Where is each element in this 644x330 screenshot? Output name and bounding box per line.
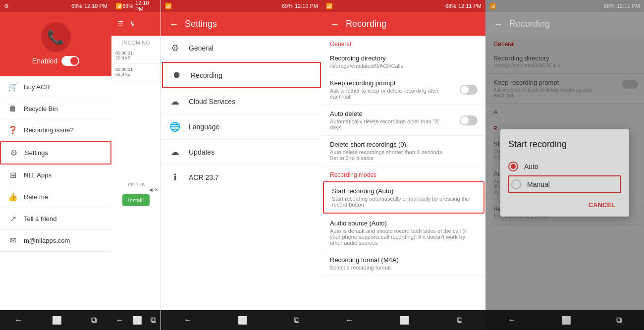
recent-btn-2[interactable]: ⧉ bbox=[151, 316, 156, 325]
install-button[interactable]: Install! bbox=[122, 194, 150, 206]
status-right-2: 69% 12:10 PM bbox=[122, 0, 157, 12]
back-btn-3[interactable]: ← bbox=[184, 316, 192, 325]
tell-friend-label: Tell a friend bbox=[24, 215, 56, 222]
battery-1: 69% bbox=[71, 3, 82, 9]
settings-icon: ⚙ bbox=[9, 148, 19, 158]
incoming-label: INCOMING bbox=[111, 36, 161, 48]
radio-option-auto[interactable]: Auto bbox=[508, 158, 621, 175]
settings-item-acr[interactable]: ℹ ACR 23.7 bbox=[161, 165, 322, 190]
back-arrow-4[interactable]: ← bbox=[330, 18, 340, 30]
back-btn-1[interactable]: ← bbox=[15, 316, 23, 325]
recycle-bin-label: Recycle Bin bbox=[24, 105, 58, 112]
status-bar-4: 📶 68% 12:11 PM bbox=[322, 0, 485, 12]
time-4: 12:11 PM bbox=[458, 3, 482, 9]
keep-prompt-toggle[interactable] bbox=[460, 85, 478, 95]
call-item-2[interactable]: 00:00:21 68.8 kB bbox=[111, 64, 161, 80]
question-icon: ❓ bbox=[8, 125, 18, 135]
sim-icon-5: 📶 bbox=[489, 3, 496, 9]
back-arrow-5[interactable]: ← bbox=[493, 18, 503, 30]
sidebar-item-rate-me[interactable]: 👍 Rate me bbox=[0, 186, 111, 208]
rec-item-keep-prompt[interactable]: Keep recording prompt Ask whether to kee… bbox=[322, 74, 485, 105]
call-size-1: 70.3 kB bbox=[115, 55, 157, 60]
general-label: General bbox=[189, 44, 214, 52]
ad-area: 139.1 kB ◀ ✕ Install! bbox=[111, 178, 161, 212]
updates-label: Updates bbox=[189, 148, 215, 156]
status-right-3: 69% 12:10 PM bbox=[282, 3, 318, 9]
sidebar-item-nll-apps[interactable]: ⊞ NLL Apps bbox=[0, 165, 111, 186]
back-btn-5[interactable]: ← bbox=[508, 316, 516, 325]
sidebar-item-settings[interactable]: ⚙ Settings bbox=[0, 141, 111, 165]
menu-list: 🛒 Buy ACR 🗑 Recycle Bin ❓ Recording issu… bbox=[0, 76, 111, 252]
ad-prev[interactable]: ◀ bbox=[149, 187, 153, 192]
info-icon: ℹ bbox=[169, 172, 181, 183]
recording-issue-label: Recording issue? bbox=[24, 126, 73, 134]
home-btn-1[interactable]: ⬜ bbox=[52, 316, 62, 325]
recent-btn-1[interactable]: ⧉ bbox=[91, 316, 97, 325]
nll-apps-label: NLL Apps bbox=[24, 171, 52, 179]
radio-auto-circle[interactable] bbox=[508, 162, 518, 171]
settings-item-recording[interactable]: ⏺ Recording bbox=[162, 62, 321, 88]
auto-delete-toggle[interactable] bbox=[460, 115, 478, 125]
battery-5: 68% bbox=[604, 3, 615, 9]
recording-header: ← Recording bbox=[322, 12, 485, 36]
sidebar-item-recycle-bin[interactable]: 🗑 Recycle Bin bbox=[0, 98, 111, 119]
hamburger-icon[interactable]: ☰ bbox=[117, 20, 124, 28]
call-duration-1: 00:00:21 bbox=[115, 51, 157, 55]
panel1-header: 📞 Enabled bbox=[0, 12, 111, 76]
sidebar-item-email[interactable]: ✉ m@nllapps.com bbox=[0, 230, 111, 252]
sidebar-item-tell-friend[interactable]: ↗ Tell a friend bbox=[0, 208, 111, 230]
sidebar-item-recording-issue[interactable]: ❓ Recording issue? bbox=[0, 119, 111, 141]
rec-item-dir[interactable]: Recording directory /storage/emulated/0/… bbox=[322, 50, 485, 74]
sim-icon-4: 📶 bbox=[326, 3, 333, 9]
settings-item-updates[interactable]: ☁ Updates bbox=[161, 140, 322, 165]
time-5: 12:11 PM bbox=[617, 3, 640, 9]
panel5-title: Recording bbox=[509, 19, 550, 29]
home-btn-5[interactable]: ⬜ bbox=[561, 316, 571, 325]
status-bar-2: 📶 69% 12:10 PM bbox=[111, 0, 161, 12]
settings-item-language[interactable]: 🌐 Language bbox=[161, 114, 322, 140]
rec-format-sub: Select a recording format bbox=[330, 265, 478, 271]
home-btn-2[interactable]: ⬜ bbox=[132, 316, 142, 325]
settings-title: Settings bbox=[185, 19, 217, 29]
rec-item-audio-source[interactable]: Audio source (Auto) Auto is default and … bbox=[322, 215, 485, 251]
back-btn-2[interactable]: ← bbox=[116, 316, 124, 325]
recent-btn-5[interactable]: ⧉ bbox=[616, 316, 622, 325]
call-item-1[interactable]: 00:00:21 70.3 kB bbox=[111, 48, 161, 64]
keep-prompt-title: Keep recording prompt bbox=[330, 79, 478, 87]
recent-btn-4[interactable]: ⧉ bbox=[457, 316, 462, 325]
phone-icon: 📞 bbox=[47, 29, 64, 46]
status-bar-3: 📶 69% 12:10 PM bbox=[161, 0, 322, 12]
apps-icon: ⊞ bbox=[8, 170, 18, 180]
mic-icon[interactable]: 🎙 bbox=[130, 20, 137, 28]
cancel-button[interactable]: CANCEL bbox=[583, 197, 621, 213]
rec-item-auto-delete[interactable]: Auto delete Automatically delete recordi… bbox=[322, 105, 485, 136]
audio-src-title: Audio source (Auto) bbox=[330, 220, 478, 227]
home-btn-4[interactable]: ⬜ bbox=[400, 316, 410, 325]
settings-item-general[interactable]: ⚙ General bbox=[161, 36, 322, 61]
email-icon: ✉ bbox=[8, 236, 18, 245]
back-btn-4[interactable]: ← bbox=[345, 316, 353, 325]
rec-item-delete-short[interactable]: Delete short recordings (0) Auto delete … bbox=[322, 136, 485, 166]
back-arrow-3[interactable]: ← bbox=[169, 18, 179, 30]
status-left-1: ⚙ bbox=[4, 3, 9, 9]
home-btn-3[interactable]: ⬜ bbox=[238, 316, 248, 325]
radio-option-manual[interactable]: Manual bbox=[508, 175, 621, 193]
rec-item-start-recording[interactable]: Start recording (Auto) Start recording a… bbox=[323, 181, 484, 214]
email-label: m@nllapps.com bbox=[24, 237, 70, 244]
ad-close[interactable]: ✕ bbox=[155, 187, 159, 192]
enabled-row: Enabled bbox=[32, 56, 79, 66]
language-label: Language bbox=[189, 123, 219, 131]
battery-3: 69% bbox=[282, 3, 293, 9]
enabled-toggle[interactable] bbox=[61, 56, 79, 66]
sidebar-item-buy-acr[interactable]: 🛒 Buy ACR bbox=[0, 76, 111, 98]
settings-item-cloud[interactable]: ☁ Cloud Services bbox=[161, 89, 322, 114]
rec-dir-sub: /storage/emulated/0/ACRCalls bbox=[330, 63, 478, 69]
rec-item-format[interactable]: Recording format (M4A) Select a recordin… bbox=[322, 251, 485, 276]
language-icon: 🌐 bbox=[169, 121, 181, 132]
general-section-label: General bbox=[322, 36, 485, 50]
recent-btn-3[interactable]: ⧉ bbox=[294, 316, 299, 325]
settings-status-icon: ⚙ bbox=[4, 3, 9, 9]
delete-short-title: Delete short recordings (0) bbox=[330, 141, 478, 148]
radio-manual-circle[interactable] bbox=[511, 179, 521, 189]
enabled-label: Enabled bbox=[32, 57, 57, 65]
